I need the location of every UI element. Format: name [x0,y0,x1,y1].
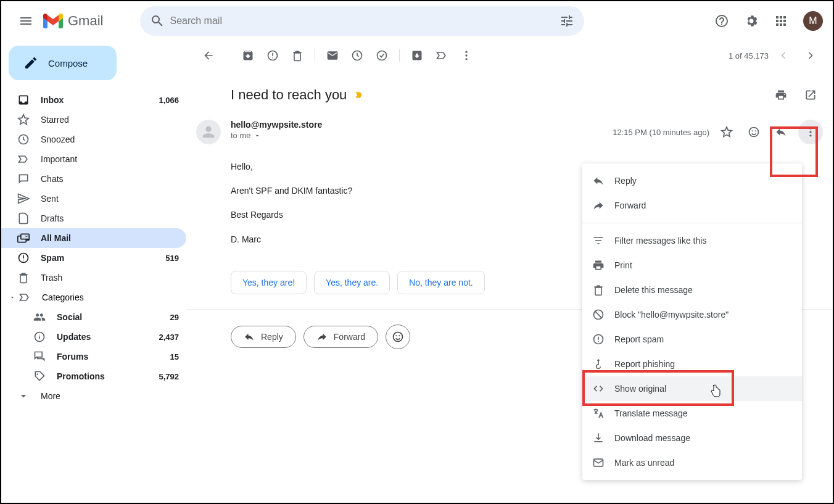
menu-print[interactable]: Print [582,253,802,278]
menu-mark-unread[interactable]: Mark as unread [582,450,802,475]
mark-unread-button[interactable] [320,43,345,68]
nav-snoozed[interactable]: Snoozed [1,130,186,149]
menu-reply[interactable]: Reply [582,168,802,193]
account-avatar[interactable]: M [803,11,823,31]
svg-point-3 [36,373,38,375]
chevron-down-icon [6,294,19,301]
compose-button[interactable]: Compose [9,46,117,80]
report-spam-button[interactable] [260,43,285,68]
chevron-down-icon [17,390,30,402]
nav-more[interactable]: More [1,386,186,406]
nav-inbox[interactable]: Inbox 1,066 [1,90,186,110]
tag-icon [33,370,46,382]
nav-allmail[interactable]: All Mail [1,228,186,248]
subject-row: I need to reach you [186,70,833,112]
older-button[interactable] [798,43,823,68]
svg-point-14 [809,131,811,133]
search-input[interactable] [170,15,555,27]
menu-separator [582,223,802,223]
nav-updates[interactable]: Updates 2,437 [27,327,186,347]
menu-show-original[interactable]: Show original [582,376,802,401]
print-icon [592,259,605,271]
print-button[interactable] [769,83,793,107]
header: Gmail M [1,1,833,41]
svg-point-6 [378,51,387,60]
main-menu-button[interactable] [11,6,41,36]
svg-point-11 [752,130,753,131]
delete-icon [592,284,605,296]
search-options-icon[interactable] [555,9,579,33]
header-right: M [672,9,823,33]
forward-pill[interactable]: Forward [303,326,378,348]
smart-reply-1[interactable]: Yes, they are! [231,271,307,294]
info-icon [33,331,46,343]
delete-button[interactable] [285,43,310,68]
settings-icon[interactable] [739,9,764,33]
emoji-react-button[interactable] [386,324,410,349]
forward-icon [592,199,605,212]
svg-point-10 [749,128,759,137]
reply-icon [244,331,255,342]
smart-reply-3[interactable]: No, they are not. [397,271,485,294]
recipient[interactable]: to me [231,131,613,140]
nav-starred[interactable]: Starred [1,110,186,130]
menu-download[interactable]: Download message [582,426,802,450]
nav-trash[interactable]: Trash [1,268,186,287]
menu-report-spam[interactable]: Report spam [582,327,802,352]
trash-icon [17,271,30,284]
svg-point-21 [597,360,599,361]
nav-sent[interactable]: Sent [1,189,186,209]
nav-social[interactable]: Social 29 [27,307,186,327]
reply-pill[interactable]: Reply [231,326,296,348]
nav-drafts[interactable]: Drafts [1,209,186,228]
important-marker-icon[interactable] [354,89,365,101]
snooze-button[interactable] [345,43,370,68]
archive-button[interactable] [236,43,260,68]
search-icon[interactable] [145,9,170,33]
menu-translate[interactable]: Translate message [582,401,802,426]
svg-point-16 [394,332,403,341]
back-button[interactable] [196,43,221,68]
more-button[interactable] [454,43,479,68]
menu-report-phishing[interactable]: Report phishing [582,352,802,376]
message-header: hello@mywpsite.store to me 12:15 PM (10 … [186,112,833,149]
support-icon[interactable] [709,9,734,33]
menu-delete[interactable]: Delete this message [582,278,802,302]
chevron-down-icon [254,132,261,139]
star-button[interactable] [717,122,737,142]
pagination-text: 1 of 45,173 [729,51,769,60]
menu-filter[interactable]: Filter messages like this [582,228,802,253]
apps-icon[interactable] [769,9,793,33]
svg-point-9 [465,58,467,60]
nav-spam[interactable]: Spam 519 [1,248,186,268]
reply-button[interactable] [771,122,791,142]
menu-block[interactable]: Block "hello@mywpsite.store" [582,302,802,327]
gmail-logo[interactable]: Gmail [43,13,103,29]
search-bar[interactable] [140,6,584,36]
react-button[interactable] [744,122,764,142]
menu-forward[interactable]: Forward [582,193,802,218]
clock-icon [17,133,30,146]
labels-button[interactable] [429,43,454,68]
phishing-icon [592,358,605,370]
important-icon [17,153,30,165]
reply-icon [592,175,605,187]
people-icon [33,311,46,323]
inbox-icon [17,94,30,106]
svg-point-17 [396,335,397,336]
subject-text: I need to reach you [231,87,347,103]
new-window-button[interactable] [798,83,823,107]
nav-chats[interactable]: Chats [1,169,186,189]
smart-reply-2[interactable]: Yes, they are. [314,271,390,294]
nav-categories[interactable]: Categories [1,287,186,307]
nav-forums[interactable]: Forums 15 [27,347,186,366]
message-more-button[interactable] [798,120,823,144]
pencil-icon [23,56,38,70]
move-to-button[interactable] [405,43,429,68]
sender-avatar[interactable] [196,120,221,144]
newer-button[interactable] [771,43,796,68]
add-to-tasks-button[interactable] [370,43,394,68]
nav-promotions[interactable]: Promotions 5,792 [27,366,186,386]
svg-point-13 [809,128,811,130]
nav-important[interactable]: Important [1,149,186,169]
